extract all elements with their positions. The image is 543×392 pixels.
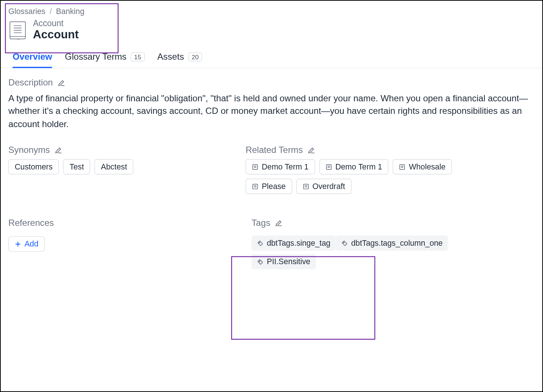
- tabs-bar: Overview Glossary Terms 15 Assets 20: [1, 44, 542, 68]
- tab-assets-label: Assets: [157, 52, 184, 62]
- synonym-chip[interactable]: Abctest: [95, 160, 133, 175]
- breadcrumb-root[interactable]: Glossaries: [8, 7, 45, 16]
- term-icon: [252, 183, 258, 189]
- pre-title: Account: [33, 18, 78, 28]
- related-term-chip[interactable]: Demo Term 1: [319, 160, 388, 175]
- edit-description-icon[interactable]: [58, 79, 66, 87]
- synonym-chip-label: Customers: [15, 162, 53, 172]
- related-terms-label: Related Terms: [246, 145, 303, 155]
- term-icon: [326, 164, 332, 170]
- tag-pill-label: dbtTags.singe_tag: [267, 239, 330, 248]
- breadcrumb-separator: /: [50, 7, 52, 16]
- svg-rect-22: [304, 184, 308, 189]
- plus-icon: [15, 241, 21, 247]
- tab-assets[interactable]: Assets 20: [157, 52, 202, 68]
- svg-point-28: [259, 242, 260, 243]
- tag-icon: [341, 240, 348, 246]
- svg-rect-10: [253, 165, 258, 169]
- description-header: Description: [8, 77, 535, 88]
- synonym-chip[interactable]: Test: [63, 160, 91, 175]
- description-label: Description: [8, 77, 53, 88]
- tags-label: Tags: [252, 218, 270, 228]
- tags-section: Tags dbtTags.singe_tagdbtTags.tags_colum…: [246, 218, 474, 269]
- tag-pill-label: dbtTags.tags_column_one: [351, 239, 442, 248]
- tag-pill[interactable]: dbtTags.tags_column_one: [336, 236, 448, 251]
- svg-rect-19: [253, 184, 258, 189]
- synonym-chip-label: Abctest: [101, 162, 127, 172]
- add-reference-button[interactable]: Add: [8, 237, 45, 252]
- svg-rect-13: [326, 165, 331, 169]
- related-term-chip-label: Demo Term 1: [335, 162, 382, 172]
- tag-pill-label: PII.Sensitive: [267, 257, 310, 266]
- tab-overview[interactable]: Overview: [13, 52, 52, 68]
- tab-glossary-terms-count: 15: [131, 52, 145, 61]
- tag-icon: [257, 259, 263, 265]
- tab-glossary-terms-label: Glossary Terms: [65, 52, 126, 62]
- related-term-chip[interactable]: Please: [246, 179, 292, 194]
- svg-rect-16: [400, 165, 405, 169]
- breadcrumb-section[interactable]: Banking: [56, 7, 84, 16]
- breadcrumb: Glossaries / Banking: [8, 7, 535, 16]
- tab-overview-label: Overview: [13, 52, 52, 62]
- related-term-chip[interactable]: Wholesale: [393, 160, 452, 175]
- page-title: Account: [33, 28, 78, 42]
- add-reference-label: Add: [24, 239, 38, 249]
- edit-related-terms-icon[interactable]: [308, 146, 316, 154]
- page-header: Glossaries / Banking Account Account: [1, 1, 542, 44]
- svg-rect-0: [10, 22, 25, 36]
- tag-pill[interactable]: dbtTags.singe_tag: [252, 236, 336, 251]
- description-text: A type of financial property or financia…: [8, 92, 535, 130]
- synonyms-section: Synonyms CustomersTestAbctest: [8, 145, 237, 194]
- svg-point-29: [343, 242, 344, 243]
- edit-synonyms-icon[interactable]: [55, 146, 63, 154]
- related-term-chip-label: Demo Term 1: [262, 162, 308, 172]
- related-term-chip[interactable]: Overdraft: [296, 179, 351, 194]
- references-section: References Add: [8, 218, 237, 269]
- tag-pill[interactable]: PII.Sensitive: [252, 254, 316, 269]
- svg-point-30: [259, 260, 260, 262]
- related-term-chip-label: Wholesale: [409, 162, 445, 172]
- synonym-chip[interactable]: Customers: [8, 160, 59, 175]
- related-term-chip[interactable]: Demo Term 1: [246, 160, 315, 175]
- related-term-chip-label: Overdraft: [312, 182, 345, 191]
- synonyms-label: Synonyms: [8, 145, 50, 155]
- tag-icon: [257, 240, 263, 246]
- glossary-book-icon: [8, 20, 27, 40]
- references-label: References: [8, 218, 54, 228]
- term-icon: [399, 164, 405, 170]
- related-terms-section: Related Terms Demo Term 1Demo Term 1Whol…: [246, 145, 474, 194]
- term-icon: [302, 183, 309, 189]
- term-icon: [252, 164, 258, 170]
- tab-assets-count: 20: [188, 52, 202, 61]
- related-term-chip-label: Please: [262, 182, 285, 191]
- tab-glossary-terms[interactable]: Glossary Terms 15: [65, 52, 144, 68]
- synonym-chip-label: Test: [70, 162, 84, 172]
- edit-tags-icon[interactable]: [276, 219, 283, 227]
